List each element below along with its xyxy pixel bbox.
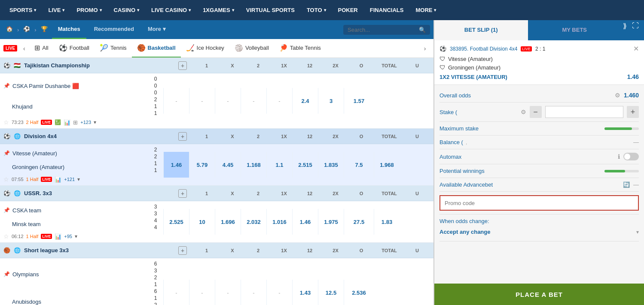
odd-12-div[interactable]: 1.1 bbox=[266, 152, 292, 178]
breadcrumb-home[interactable]: 🏠 bbox=[3, 20, 15, 39]
stats-icon-ussr[interactable]: 📊 bbox=[55, 233, 61, 240]
bet-controls: Overall odds ⚙ 1.460 Stake ( ⚙ − + Maxim… bbox=[434, 85, 644, 245]
search-icon[interactable]: 🔍 bbox=[419, 27, 426, 33]
next-sport-arrow[interactable]: › bbox=[420, 39, 430, 58]
add-division-button[interactable]: + bbox=[178, 132, 187, 141]
odd-1[interactable]: - bbox=[163, 88, 189, 114]
odd-2-ussr[interactable]: 1.696 bbox=[215, 209, 241, 235]
football-icon: ⚽ bbox=[59, 44, 67, 52]
odd-12-ussr[interactable]: 1.016 bbox=[266, 209, 292, 235]
odd-o-div[interactable]: 1.835 bbox=[318, 152, 344, 178]
fullscreen-icon[interactable]: ⛶ bbox=[630, 20, 641, 40]
close-bet-button[interactable]: ✕ bbox=[633, 45, 639, 53]
odds-gear-icon[interactable]: ⚙ bbox=[615, 92, 620, 99]
promo-code-input[interactable] bbox=[440, 195, 639, 211]
nav-more[interactable]: MORE ▾ bbox=[410, 0, 441, 20]
favorite-star-icon-div[interactable]: ☆ bbox=[3, 176, 9, 183]
odd-total-div[interactable]: 7.5 bbox=[344, 152, 374, 178]
odd-x-short[interactable]: - bbox=[189, 280, 215, 305]
odd-1x[interactable]: - bbox=[241, 88, 266, 114]
stake-gear-icon[interactable]: ⚙ bbox=[521, 109, 526, 115]
tab-volleyball[interactable]: 🏐 Volleyball bbox=[229, 39, 274, 58]
add-league-button[interactable]: + bbox=[178, 61, 187, 70]
add-short-button[interactable]: + bbox=[178, 246, 187, 255]
favorite-star-icon[interactable]: ☆ bbox=[3, 119, 9, 126]
tab-ice-hockey[interactable]: 🏒 Ice Hockey bbox=[181, 39, 229, 58]
nav-live-casino[interactable]: LIVE CASINO ▾ bbox=[146, 0, 196, 20]
tab-more[interactable]: More ▾ bbox=[142, 20, 172, 39]
odd-o[interactable]: 3 bbox=[318, 88, 344, 114]
stats-bar-icon[interactable]: 📊 bbox=[64, 119, 70, 126]
expand-icon-div[interactable]: ▾ bbox=[77, 176, 80, 182]
odd-1x-div[interactable]: 1.168 bbox=[241, 152, 266, 178]
odd-2x-div[interactable]: 2.515 bbox=[292, 152, 318, 178]
add-ussr-button[interactable]: + bbox=[178, 189, 187, 198]
accept-change-chevron-icon[interactable]: ▾ bbox=[636, 229, 639, 235]
odd-2[interactable]: - bbox=[215, 88, 241, 114]
stake-plus-button[interactable]: + bbox=[627, 106, 639, 118]
breadcrumb-ball[interactable]: ⚽ bbox=[21, 20, 33, 39]
odd-12[interactable]: - bbox=[266, 88, 292, 114]
expand-icon-ussr[interactable]: ▾ bbox=[75, 233, 77, 239]
tab-tennis[interactable]: 🎾 Tennis bbox=[95, 39, 132, 58]
favorite-star-icon-ussr[interactable]: ☆ bbox=[3, 233, 9, 240]
odd-total-ussr[interactable]: 27.5 bbox=[344, 209, 374, 235]
odd-1-div[interactable]: 1.46 bbox=[163, 152, 189, 178]
advancebet-refresh-icon[interactable]: 🔄 bbox=[623, 181, 630, 188]
nav-promo[interactable]: PROMO ▾ bbox=[71, 0, 107, 20]
search-box[interactable]: 🔍 bbox=[343, 25, 430, 35]
more-bets-div[interactable]: +121 bbox=[64, 177, 75, 182]
stats-icon-div[interactable]: 📊 bbox=[55, 176, 61, 183]
odd-x[interactable]: - bbox=[189, 88, 215, 114]
tab-basketball[interactable]: 🏀 Basketball bbox=[132, 39, 181, 58]
nav-virtual-sports[interactable]: VIRTUAL SPORTS bbox=[241, 0, 300, 20]
tab-recommended[interactable]: Recommended bbox=[88, 20, 140, 39]
odd-2x-ussr[interactable]: 1.46 bbox=[292, 209, 318, 235]
team2-name: Groningen (Amateur) bbox=[448, 64, 501, 71]
odd-2-short[interactable]: - bbox=[215, 280, 241, 305]
odd-x-ussr[interactable]: 10 bbox=[189, 209, 215, 235]
search-input[interactable] bbox=[348, 27, 416, 33]
stake-input[interactable] bbox=[545, 106, 624, 118]
odd-1x-ussr[interactable]: 2.032 bbox=[241, 209, 266, 235]
odd-2-div[interactable]: 4.45 bbox=[215, 152, 241, 178]
odd-u-div[interactable]: 1.968 bbox=[374, 152, 400, 178]
tab-matches[interactable]: Matches bbox=[52, 20, 86, 39]
odd-12-short[interactable]: - bbox=[266, 280, 292, 305]
nav-poker[interactable]: POKER bbox=[333, 0, 363, 20]
odd-o-short[interactable]: 12.5 bbox=[318, 280, 344, 305]
nav-financials[interactable]: FINANCIALS bbox=[365, 0, 409, 20]
breadcrumb-trophy[interactable]: 🏆 bbox=[38, 20, 50, 39]
more-bets-ussr[interactable]: +95 bbox=[64, 234, 72, 239]
tab-bet-slip[interactable]: BET SLIP (1) bbox=[434, 20, 528, 40]
stake-minus-button[interactable]: − bbox=[530, 106, 542, 118]
odd-1-ussr[interactable]: 2.525 bbox=[163, 209, 189, 235]
grid-icon[interactable]: ⊞ bbox=[73, 119, 78, 126]
odd-o-ussr[interactable]: 1.975 bbox=[318, 209, 344, 235]
prev-sport-arrow[interactable]: ‹ bbox=[19, 39, 29, 58]
expand-icon[interactable]: ▾ bbox=[94, 119, 96, 125]
odd-total[interactable]: 1.57 bbox=[344, 88, 374, 114]
nav-1xgames[interactable]: 1XGAMES ▾ bbox=[198, 0, 239, 20]
place-bet-button[interactable]: PLACE A BET bbox=[434, 284, 644, 305]
odd-u-ussr[interactable]: 1.83 bbox=[374, 209, 400, 235]
odd-1x-short[interactable]: - bbox=[241, 280, 266, 305]
automax-toggle[interactable] bbox=[623, 153, 639, 160]
tab-table-tennis[interactable]: 🏓 Table Tennis bbox=[274, 39, 326, 58]
nav-sports[interactable]: SPORTS ▾ bbox=[4, 0, 41, 20]
tab-all[interactable]: ⊞ All bbox=[29, 39, 53, 58]
odd-total-short[interactable]: 2.536 bbox=[344, 280, 374, 305]
expand-arrows-icon[interactable]: ⟫ bbox=[621, 20, 629, 40]
odd-x-div[interactable]: 5.79 bbox=[189, 152, 215, 178]
nav-casino[interactable]: CASINO ▾ bbox=[109, 0, 145, 20]
odd-1-short[interactable]: - bbox=[163, 280, 189, 305]
tab-football[interactable]: ⚽ Football bbox=[54, 39, 95, 58]
nav-toto[interactable]: TOTO ▾ bbox=[302, 0, 331, 20]
tab-my-bets[interactable]: MY BETS bbox=[528, 20, 622, 40]
more-bets[interactable]: +123 bbox=[80, 120, 91, 125]
nav-live[interactable]: LIVE ▾ bbox=[43, 0, 70, 20]
odd-2x[interactable]: 2.4 bbox=[292, 88, 318, 114]
accept-any-change-row[interactable]: Accept any change ▾ bbox=[440, 226, 639, 238]
odd-2x-short[interactable]: 1.43 bbox=[292, 280, 318, 305]
automax-info-icon[interactable]: ℹ bbox=[618, 153, 620, 160]
